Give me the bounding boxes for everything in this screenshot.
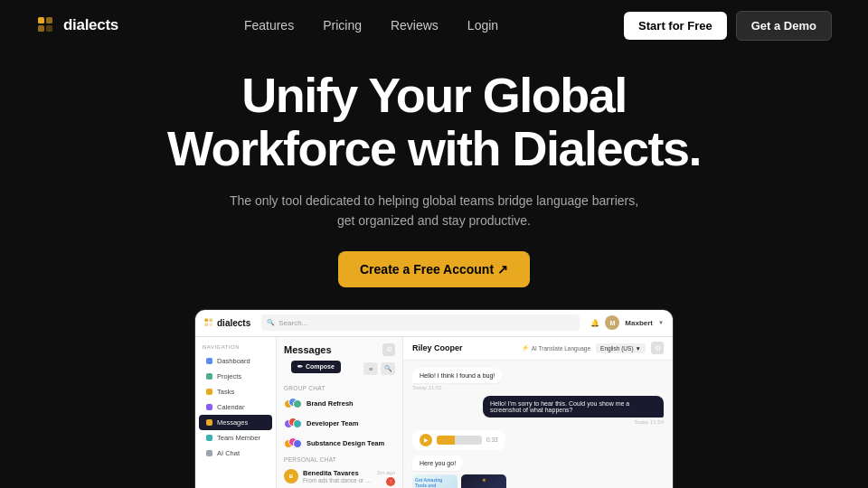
chat-messages: Hello! I think I found a bug! Today 11:5… [403,361,673,488]
sidebar-item-ai[interactable]: AI Chat [199,446,272,461]
chat-header-right: ⚡ AI Translate Language English (US) ▼ ⚙ [522,342,664,354]
sidebar-item-dashboard[interactable]: Dashboard [199,353,272,369]
chat-avatars-dev [284,418,302,430]
chat-brand-refresh[interactable]: Brand Refresh [277,394,402,414]
chat-developer-team[interactable]: Developer Team [277,414,402,434]
sidebar-item-calendar[interactable]: Calendar [199,399,272,415]
mockup-logo-text: dialects [217,318,250,328]
notification-icon: 🔔 [590,319,599,327]
chat-name-substance: Substance Design Team [307,439,395,447]
sidebar-label-calendar: Calendar [217,403,244,411]
voice-waveform [437,436,482,445]
dashboard-icon [206,358,212,364]
msg-bubble-1: Hello! I think I found a bug! [412,368,502,383]
sidebar-item-tasks[interactable]: Tasks [199,384,272,399]
personal-chat-benedita[interactable]: B Benedita Tavares From ads that dance o… [277,465,402,488]
sidebar-item-team[interactable]: Team Member [199,430,272,446]
chat-name-dev: Developer Team [307,419,395,427]
svg-rect-6 [205,324,209,327]
hero-title: Unify Your Global Workforce with Dialect… [36,69,832,176]
personal-chat-label: PERSONAL CHAT [277,454,402,465]
sidebar-nav-label: Navigation [195,344,276,353]
mockup-avatar: M [605,315,619,330]
chat-name-brand: Brand Refresh [307,399,395,408]
svg-rect-1 [46,17,52,23]
mockup-logo: dialects [204,318,250,328]
ai-translate-icon: ⚡ [522,344,529,352]
messages-settings-icon[interactable]: ⚙ [382,343,395,356]
msg-3: Here you go! Get Amazing Tools andProduc… [412,455,664,488]
logo: dialects [36,15,118,35]
search-filter-icon[interactable]: 🔍 [381,362,395,375]
tasks-icon [206,389,212,395]
msg-2: Hello! I'm sorry to hear this. Could you… [412,396,664,425]
compose-button[interactable]: ✏ Compose [291,361,341,373]
msg-time-2: Today 11:54 [634,419,664,425]
mockup-body: Navigation Dashboard Projects Tasks Cale… [195,337,673,488]
hero-section: Unify Your Global Workforce with Dialect… [0,51,868,287]
sidebar-label-team: Team Member [217,434,260,442]
image-attachments: Get Amazing Tools andProduct Updates ★ [412,474,506,488]
logo-icon [36,15,56,35]
chat-contact-name: Riley Cooper [412,343,463,352]
mockup-sidebar: Navigation Dashboard Projects Tasks Cale… [195,337,277,488]
team-icon [206,435,212,441]
chevron-down-icon: ▼ [636,345,641,352]
avatar-benedita: B [284,469,298,483]
ai-icon [206,450,212,456]
nav-features[interactable]: Features [244,18,294,33]
start-free-button[interactable]: Start for Free [624,12,727,40]
unread-badge: ! [386,477,395,486]
mockup-wrapper: dialects 🔍 Search... 🔔 M Maxbert ▼ Navig… [0,309,868,488]
logo-text: dialects [63,16,118,34]
translate-label: ⚡ AI Translate Language [522,344,590,352]
chat-avatars-sub [284,437,302,450]
sidebar-item-messages[interactable]: Messages [199,415,272,430]
chat-substance-design[interactable]: Substance Design Team [277,434,402,454]
msg-time-1: Today 11:52 [412,385,442,390]
search-icon: 🔍 [267,319,275,326]
mockup-search-bar[interactable]: 🔍 Search... [261,314,580,331]
mockup-user-area: 🔔 M Maxbert ▼ [590,315,664,330]
attachment-image-1: Get Amazing Tools andProduct Updates [412,474,458,488]
msg-bubble-3: Here you go! [412,455,463,471]
nav-buttons: Start for Free Get a Demo [624,11,832,41]
chat-settings-icon[interactable]: ⚙ [651,342,664,354]
msg-voice: ▶ 0:33 [412,430,664,450]
chat-header: Riley Cooper ⚡ AI Translate Language Eng… [403,337,673,361]
mockup-username: Maxbert [625,319,653,327]
sidebar-label-ai: AI Chat [217,449,240,457]
msg-bubble-2: Hello! I'm sorry to hear this. Could you… [483,396,664,418]
language-selector[interactable]: English (US) ▼ [596,343,646,353]
svg-rect-7 [210,324,213,327]
filter-icon[interactable]: ≡ [363,362,378,375]
nav-pricing[interactable]: Pricing [323,18,362,33]
svg-rect-0 [38,17,44,23]
cta-button[interactable]: Create a Free Account ↗ [338,251,530,287]
svg-rect-2 [38,25,44,32]
hero-title-line2: Workforce with Dialects. [167,121,701,175]
personal-info-benedita: Benedita Tavares From ads that dance or … [303,469,373,483]
calendar-icon [206,404,212,410]
group-chat-label: GROUP CHAT [277,382,402,394]
mockup-topbar: dialects 🔍 Search... 🔔 M Maxbert ▼ [195,310,673,337]
nav-reviews[interactable]: Reviews [391,18,439,33]
voice-bubble: ▶ 0:33 [412,430,505,450]
chevron-down-icon: ▼ [658,320,664,325]
projects-icon [206,373,212,380]
get-demo-button[interactable]: Get a Demo [736,11,832,41]
app-mockup: dialects 🔍 Search... 🔔 M Maxbert ▼ Navig… [194,309,674,488]
msg-1: Hello! I think I found a bug! Today 11:5… [412,368,664,390]
sidebar-item-projects[interactable]: Projects [199,369,272,384]
nav-links: Features Pricing Reviews Login [244,18,498,33]
sidebar-label-projects: Projects [217,372,241,380]
svg-rect-4 [205,319,209,323]
attachment-image-2: ★ [461,474,506,488]
messages-title: Messages [284,344,332,355]
compose-icon: ✏ [297,363,303,371]
nav-login[interactable]: Login [467,18,498,33]
voice-play-button[interactable]: ▶ [420,434,432,446]
svg-rect-5 [210,319,213,323]
messages-panel: Messages ⚙ ✏ Compose ≡ 🔍 GROUP CHAT [277,337,403,488]
navbar: dialects Features Pricing Reviews Login … [0,0,868,51]
